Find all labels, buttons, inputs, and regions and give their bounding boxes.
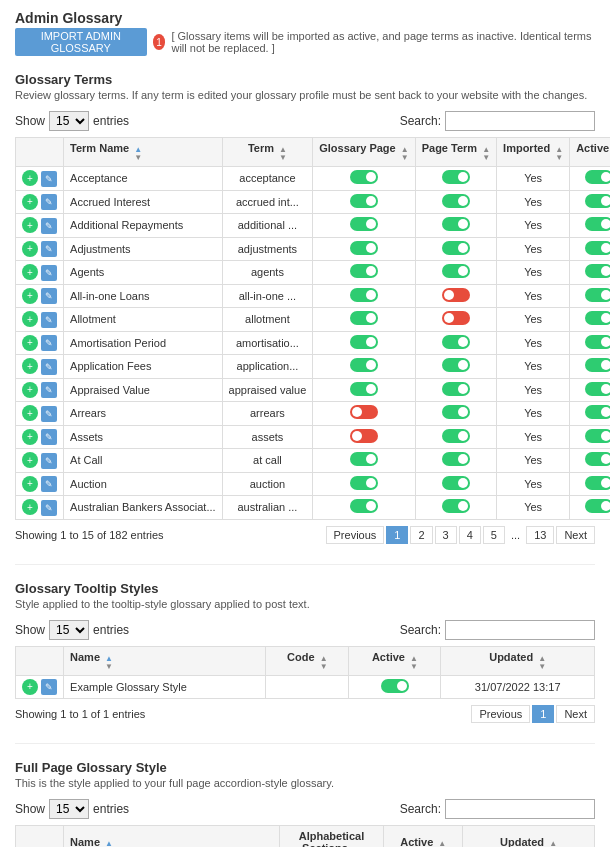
row-add-btn[interactable]: + — [22, 288, 38, 304]
page-term-toggle[interactable] — [442, 335, 470, 349]
tooltip-entries-select[interactable]: 152550 — [49, 620, 89, 640]
page-4-button[interactable]: 4 — [459, 526, 481, 544]
tooltip-search-input[interactable] — [445, 620, 595, 640]
row-add-btn[interactable]: + — [22, 382, 38, 398]
active-toggle[interactable] — [585, 264, 610, 278]
row-add-btn[interactable]: + — [22, 170, 38, 186]
row-edit-btn[interactable]: ✎ — [41, 476, 57, 492]
row-add-btn[interactable]: + — [22, 452, 38, 468]
page-term-toggle[interactable] — [442, 382, 470, 396]
prev-button[interactable]: Previous — [326, 526, 385, 544]
row-add-btn[interactable]: + — [22, 429, 38, 445]
row-edit-button[interactable]: ✎ — [41, 679, 57, 695]
row-add-btn[interactable]: + — [22, 499, 38, 515]
fullpage-col-name[interactable]: Name ▲▼ — [64, 826, 280, 848]
active-toggle[interactable] — [585, 499, 610, 513]
row-add-btn[interactable]: + — [22, 194, 38, 210]
row-edit-btn[interactable]: ✎ — [41, 335, 57, 351]
col-termname-header[interactable]: Term Name ▲▼ — [64, 138, 223, 167]
page-term-toggle[interactable] — [442, 358, 470, 372]
tooltip-col-code[interactable]: Code ▲▼ — [266, 646, 349, 675]
active-toggle[interactable] — [585, 405, 610, 419]
row-add-btn[interactable]: + — [22, 264, 38, 280]
glossary-terms-search-input[interactable] — [445, 111, 595, 131]
col-imported-header[interactable]: Imported ▲▼ — [497, 138, 570, 167]
row-edit-btn[interactable]: ✎ — [41, 453, 57, 469]
glossary-page-toggle[interactable] — [350, 170, 378, 184]
page-1-button[interactable]: 1 — [386, 526, 408, 544]
fullpage-entries-select[interactable]: 152550 — [49, 799, 89, 819]
active-toggle[interactable] — [585, 382, 610, 396]
active-toggle[interactable] — [585, 429, 610, 443]
active-toggle[interactable] — [585, 476, 610, 490]
row-add-btn[interactable]: + — [22, 358, 38, 374]
col-active-header[interactable]: Active ▲▼ — [570, 138, 610, 167]
glossary-page-toggle[interactable] — [350, 358, 378, 372]
tooltip-next-button[interactable]: Next — [556, 705, 595, 723]
page-term-toggle[interactable] — [442, 264, 470, 278]
active-toggle[interactable] — [585, 452, 610, 466]
active-toggle[interactable] — [585, 358, 610, 372]
tooltip-col-active[interactable]: Active ▲▼ — [349, 646, 441, 675]
page-term-toggle[interactable] — [442, 452, 470, 466]
row-edit-btn[interactable]: ✎ — [41, 194, 57, 210]
glossary-page-toggle[interactable] — [350, 264, 378, 278]
glossary-page-toggle[interactable] — [350, 452, 378, 466]
glossary-page-toggle[interactable] — [350, 476, 378, 490]
tooltip-page-1[interactable]: 1 — [532, 705, 554, 723]
row-edit-btn[interactable]: ✎ — [41, 218, 57, 234]
active-toggle[interactable] — [585, 288, 610, 302]
row-edit-btn[interactable]: ✎ — [41, 265, 57, 281]
row-add-btn[interactable]: + — [22, 476, 38, 492]
active-toggle[interactable] — [585, 217, 610, 231]
glossary-page-toggle[interactable] — [350, 288, 378, 302]
glossary-page-toggle[interactable] — [350, 194, 378, 208]
entries-select[interactable]: 152550 — [49, 111, 89, 131]
row-edit-btn[interactable]: ✎ — [41, 241, 57, 257]
fullpage-search-input[interactable] — [445, 799, 595, 819]
row-edit-btn[interactable]: ✎ — [41, 359, 57, 375]
glossary-page-toggle[interactable] — [350, 429, 378, 443]
page-term-toggle[interactable] — [442, 499, 470, 513]
row-edit-btn[interactable]: ✎ — [41, 171, 57, 187]
next-button[interactable]: Next — [556, 526, 595, 544]
row-edit-btn[interactable]: ✎ — [41, 382, 57, 398]
page-term-toggle[interactable] — [442, 194, 470, 208]
active-toggle[interactable] — [585, 311, 610, 325]
glossary-page-toggle[interactable] — [350, 217, 378, 231]
page-13-button[interactable]: 13 — [526, 526, 554, 544]
import-button[interactable]: IMPORT ADMIN GLOSSARY — [15, 28, 147, 56]
glossary-page-toggle[interactable] — [350, 382, 378, 396]
row-edit-btn[interactable]: ✎ — [41, 312, 57, 328]
active-toggle[interactable] — [585, 241, 610, 255]
glossary-page-toggle[interactable] — [350, 311, 378, 325]
tooltip-active-toggle[interactable] — [381, 679, 409, 693]
page-2-button[interactable]: 2 — [410, 526, 432, 544]
active-toggle[interactable] — [585, 194, 610, 208]
glossary-page-toggle[interactable] — [350, 335, 378, 349]
tooltip-col-updated[interactable]: Updated ▲▼ — [441, 646, 595, 675]
row-add-btn[interactable]: + — [22, 335, 38, 351]
active-toggle[interactable] — [585, 170, 610, 184]
page-term-toggle[interactable] — [442, 311, 470, 325]
page-term-toggle[interactable] — [442, 170, 470, 184]
page-term-toggle[interactable] — [442, 241, 470, 255]
glossary-page-toggle[interactable] — [350, 241, 378, 255]
row-add-btn[interactable]: + — [22, 311, 38, 327]
tooltip-col-name[interactable]: Name ▲▼ — [64, 646, 266, 675]
page-term-toggle[interactable] — [442, 429, 470, 443]
row-edit-btn[interactable]: ✎ — [41, 406, 57, 422]
fullpage-col-updated[interactable]: Updated ▲▼ — [463, 826, 595, 848]
fullpage-col-alpha[interactable]: AlphabeticalSections ▲▼ — [279, 826, 384, 848]
fullpage-col-active[interactable]: Active ▲▼ — [384, 826, 463, 848]
glossary-page-toggle[interactable] — [350, 499, 378, 513]
page-term-toggle[interactable] — [442, 476, 470, 490]
row-add-button[interactable]: + — [22, 679, 38, 695]
glossary-page-toggle[interactable] — [350, 405, 378, 419]
page-5-button[interactable]: 5 — [483, 526, 505, 544]
page-3-button[interactable]: 3 — [435, 526, 457, 544]
col-glossarypage-header[interactable]: Glossary Page ▲▼ — [313, 138, 415, 167]
row-add-btn[interactable]: + — [22, 241, 38, 257]
row-edit-btn[interactable]: ✎ — [41, 429, 57, 445]
col-term-header[interactable]: Term ▲▼ — [222, 138, 313, 167]
